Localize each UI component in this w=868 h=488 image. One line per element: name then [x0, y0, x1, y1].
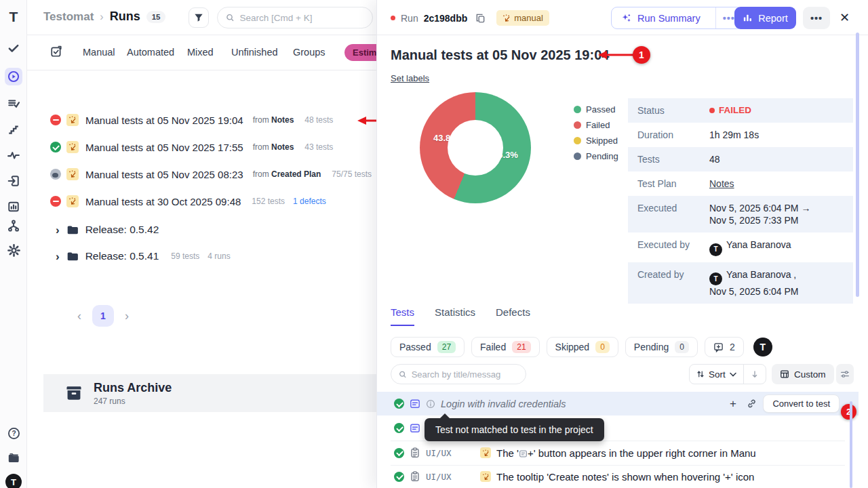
- failed-count-badge: 21: [512, 341, 530, 353]
- legend-dot-failed: [574, 121, 581, 129]
- tab-mixed[interactable]: Mixed: [187, 47, 214, 58]
- link-icon[interactable]: [747, 399, 757, 409]
- run-title: Manual tests at 05 Nov 2025 08:23: [85, 169, 243, 180]
- plans-list-icon[interactable]: [5, 95, 22, 113]
- run-list-item[interactable]: Manual tests at 30 Oct 2025 09:48 152 te…: [50, 195, 326, 207]
- created-by-value: TYana Baranova ,Nov 5, 2025 6:04 PM: [709, 268, 799, 298]
- detail-row-status: Status FAILED: [628, 98, 853, 123]
- detail-row-executed: Executed Nov 5, 2025 6:04 PM →Nov 5, 202…: [628, 196, 853, 232]
- run-list-item[interactable]: Manual tests at 05 Nov 2025 19:04 from N…: [50, 114, 333, 126]
- breadcrumb-section: Runs: [110, 9, 140, 24]
- convert-to-test-button[interactable]: Convert to test: [763, 394, 840, 413]
- more-actions-button[interactable]: •••: [803, 7, 830, 29]
- runs-play-icon[interactable]: [5, 68, 22, 85]
- sliders-icon: [840, 369, 850, 379]
- run-list-item[interactable]: Manual tests at 05 Nov 2025 08:23 from C…: [50, 168, 372, 180]
- import-icon[interactable]: [5, 172, 22, 190]
- chevron-right-icon[interactable]: ›: [56, 251, 60, 262]
- run-title: Manual tests at 05 Nov 2025 19:04: [85, 115, 243, 126]
- tests-search-input[interactable]: [412, 369, 518, 380]
- test-row[interactable]: UI/UX The '+' button appears in the uppe…: [377, 441, 859, 465]
- tab-estimate-badge[interactable]: Estimate: [344, 44, 377, 61]
- archive-title: Runs Archive: [94, 381, 172, 395]
- filter-skipped[interactable]: Skipped0: [547, 337, 618, 357]
- manual-run-icon: [66, 168, 79, 180]
- test-title: The '+' button appears in the upper righ…: [496, 447, 756, 459]
- message-plus-icon: [713, 342, 724, 352]
- test-plan-link[interactable]: Notes: [709, 178, 734, 190]
- tests-scrollbar-thumb[interactable]: [850, 401, 852, 488]
- filter-failed[interactable]: Failed21: [471, 337, 540, 357]
- annotation-badge-2: 2: [841, 404, 856, 420]
- note-glyph-icon: [519, 449, 528, 458]
- runs-search[interactable]: [217, 7, 373, 28]
- tests-search[interactable]: [391, 364, 526, 384]
- filter-passed[interactable]: Passed27: [391, 337, 465, 357]
- run-tests-count: 48 tests: [304, 115, 333, 125]
- next-page-icon[interactable]: ›: [125, 309, 129, 323]
- detail-tabs: Tests Statistics Defects: [391, 306, 530, 326]
- filter-comments[interactable]: 2: [705, 337, 744, 357]
- pulse-icon[interactable]: [5, 146, 22, 164]
- panel-scrollbar-thumb[interactable]: [856, 33, 859, 297]
- page-button[interactable]: 1: [92, 305, 114, 327]
- batch-select-icon[interactable]: [50, 45, 62, 58]
- tab-groups[interactable]: Groups: [293, 47, 326, 58]
- test-row[interactable]: Login with invalid credentials + Convert…: [377, 392, 859, 415]
- release-folder-row[interactable]: › Release: 0.5.42: [56, 224, 159, 236]
- add-icon[interactable]: +: [730, 397, 736, 411]
- folder-icon: [66, 224, 79, 236]
- app-logo-icon[interactable]: T: [5, 8, 22, 26]
- tab-manual[interactable]: Manual: [83, 47, 115, 58]
- prev-page-icon[interactable]: ‹: [77, 309, 81, 323]
- tab-statistics[interactable]: Statistics: [435, 306, 475, 326]
- branch-icon[interactable]: [5, 217, 22, 235]
- sort-direction-button[interactable]: [743, 365, 766, 384]
- view-settings-button[interactable]: [836, 364, 854, 384]
- user-avatar[interactable]: T: [5, 473, 22, 488]
- donut-passed-label: 56.3%: [493, 150, 518, 160]
- tab-automated[interactable]: Automated: [127, 47, 174, 58]
- app-root: T ? T Testomat › Ru: [0, 0, 868, 488]
- analytics-icon[interactable]: [5, 198, 22, 216]
- run-list-item[interactable]: Manual tests at 05 Nov 2025 17:55 from N…: [50, 141, 333, 153]
- run-label: Run: [401, 13, 418, 24]
- legend-item: Skipped: [574, 136, 618, 146]
- custom-columns-button[interactable]: Custom: [772, 364, 834, 384]
- filter-pending[interactable]: Pending0: [625, 337, 698, 357]
- sort-button[interactable]: Sort: [690, 365, 743, 384]
- run-tests-count: 152 tests: [252, 197, 285, 206]
- legend-dot-passed: [574, 106, 581, 113]
- breadcrumb-app[interactable]: Testomat: [43, 10, 94, 24]
- steps-icon[interactable]: [5, 121, 22, 138]
- report-button[interactable]: Report: [734, 7, 796, 29]
- filter-button[interactable]: [189, 7, 209, 28]
- donut-failed-label: 43.8%: [433, 133, 458, 143]
- run-detail-header: Run 2c198dbb manual Run Summary ••• Repo…: [377, 0, 868, 35]
- release-folder-row[interactable]: › Release: 0.5.41 59 tests 4 runs: [56, 250, 231, 262]
- settings-gear-icon[interactable]: [5, 241, 22, 259]
- run-detail-title: Manual tests at 05 Nov 2025 19:04: [391, 47, 609, 63]
- detail-row-executed-by: Executed by TYana Baranova: [628, 232, 853, 262]
- run-source: from Notes: [253, 142, 294, 152]
- run-summary-button[interactable]: Run Summary: [612, 13, 710, 24]
- passed-status-icon: [394, 423, 404, 433]
- set-labels-link[interactable]: Set labels: [391, 73, 429, 83]
- tab-unfinished[interactable]: Unfinished: [231, 47, 278, 58]
- release-title: Release: 0.5.41: [85, 250, 159, 262]
- close-panel-icon[interactable]: ✕: [840, 10, 850, 25]
- passed-count-badge: 27: [437, 341, 456, 353]
- tab-defects[interactable]: Defects: [496, 306, 530, 326]
- tab-tests[interactable]: Tests: [391, 306, 414, 326]
- runs-archive-row[interactable]: Runs Archive 247 runs: [43, 374, 377, 412]
- passed-status-icon: [394, 448, 404, 458]
- assignee-avatar[interactable]: T: [753, 338, 772, 357]
- run-defects-link[interactable]: 1 defects: [293, 197, 326, 206]
- chevron-right-icon[interactable]: ›: [56, 224, 60, 236]
- test-row[interactable]: UI/UX The tooltip 'Create notes' is show…: [377, 465, 859, 488]
- help-icon[interactable]: ?: [5, 424, 22, 442]
- copy-icon[interactable]: [475, 13, 486, 23]
- tests-check-icon[interactable]: [5, 39, 22, 57]
- runs-search-input[interactable]: [240, 13, 364, 23]
- projects-folder-icon[interactable]: [5, 449, 22, 466]
